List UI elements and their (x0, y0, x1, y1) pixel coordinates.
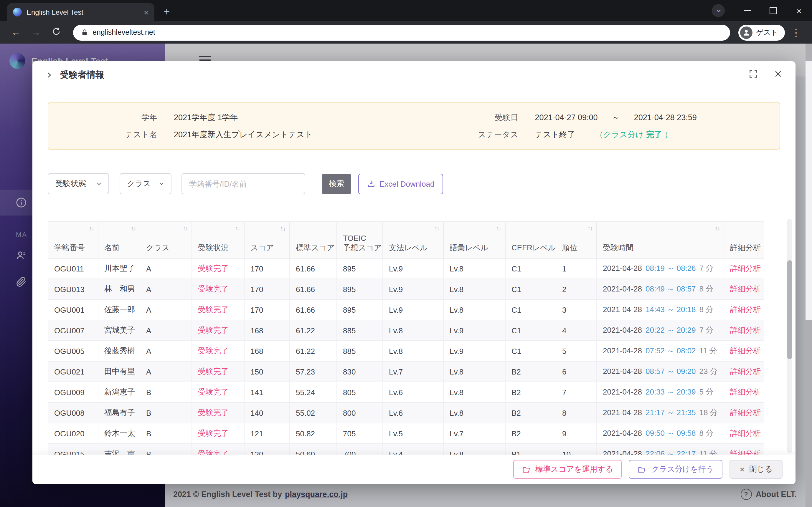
detail-analysis-link[interactable]: 詳細分析 (730, 429, 761, 438)
sort-desc-icon[interactable]: ↓ (238, 225, 240, 231)
column-header[interactable]: ↑↓ スコア (244, 222, 290, 258)
sort-asc-icon[interactable]: ↑ (280, 225, 283, 232)
cell-exam-time: 2021-04-2808:49 ～ 08:578 分 (597, 279, 724, 299)
browser-titlebar: English Level Test × + × (0, 0, 812, 21)
detail-analysis-link[interactable]: 詳細分析 (730, 284, 761, 293)
reload-button[interactable] (47, 27, 65, 38)
column-header[interactable]: ↑↓ 標準スコア (290, 222, 337, 258)
detail-analysis-link[interactable]: 詳細分析 (730, 408, 761, 417)
sort-asc-icon[interactable]: ↑ (235, 225, 238, 231)
maximize-button[interactable] (760, 0, 786, 21)
modal-close-icon[interactable] (774, 69, 782, 80)
chevron-down-icon (95, 180, 103, 187)
detail-analysis-link[interactable]: 詳細分析 (730, 388, 761, 396)
sort-desc-icon[interactable]: ↓ (437, 225, 439, 231)
sort-icons[interactable]: ↑↓ (89, 225, 94, 231)
status-value: テスト終了 （クラス分け完了） (535, 127, 672, 142)
cell-grammar-level: Lv.8 (383, 320, 444, 341)
column-header[interactable]: ↑↓ 学籍番号 (48, 222, 98, 258)
sort-icons[interactable]: ↑↓ (235, 225, 240, 231)
profile-chip[interactable]: ゲスト (738, 24, 785, 40)
cell-student-id: OGU021 (48, 361, 98, 382)
sort-icons[interactable]: ↑↓ (496, 225, 501, 231)
window-close-button[interactable]: × (786, 0, 812, 21)
sort-asc-icon[interactable]: ↑ (588, 225, 590, 231)
browser-tab[interactable]: English Level Test × (7, 3, 154, 21)
page-scrollbar-thumb[interactable] (806, 61, 812, 320)
sort-desc-icon[interactable]: ↓ (283, 226, 285, 232)
table-row: OGU008 福島有子 B 受験完了 140 55.02 800 Lv.6 Lv… (48, 402, 764, 423)
sort-asc-icon[interactable]: ↑ (715, 225, 717, 231)
minimize-button[interactable] (734, 0, 760, 21)
cell-rank: 3 (556, 299, 597, 320)
table-row: OGU007 宮城美子 A 受験完了 168 61.22 885 Lv.8 Lv… (48, 320, 764, 341)
table-row: OGU005 後藤秀樹 A 受験完了 168 61.22 885 Lv.8 Lv… (48, 341, 764, 361)
detail-analysis-link[interactable]: 詳細分析 (730, 346, 761, 355)
cell-status: 受験完了 (192, 382, 244, 402)
detail-analysis-link[interactable]: 詳細分析 (730, 305, 761, 314)
browser-update-badge-icon[interactable] (712, 4, 725, 17)
sort-desc-icon[interactable]: ↓ (133, 225, 136, 231)
sort-asc-icon[interactable]: ↑ (434, 225, 437, 231)
sort-asc-icon[interactable]: ↑ (496, 225, 499, 231)
modal-scrollbar-thumb[interactable] (787, 260, 792, 359)
sort-asc-icon[interactable]: ↑ (131, 225, 133, 231)
column-header[interactable]: ↑↓ 詳細分析 (724, 222, 764, 258)
tab-close-icon[interactable]: × (143, 7, 150, 17)
column-header[interactable]: ↑↓ 受験時間 (597, 222, 724, 258)
cell-std-score: 61.66 (290, 299, 337, 320)
detail-analysis-link[interactable]: 詳細分析 (730, 367, 761, 376)
sort-icons[interactable]: ↑↓ (183, 225, 187, 231)
divide-class-button[interactable]: クラス分けを行う (629, 460, 723, 479)
cell-rank: 1 (556, 258, 597, 279)
cell-name: 林 和男 (98, 279, 140, 299)
column-header[interactable]: ↑↓ CEFRレベル (505, 222, 556, 258)
cell-grammar-level: Lv.7 (383, 361, 444, 382)
detail-analysis-link[interactable]: 詳細分析 (730, 326, 761, 334)
keyword-input[interactable] (182, 173, 305, 194)
sort-desc-icon[interactable]: ↓ (717, 225, 719, 231)
exam-date-start: 2021-04-27 09:00 (535, 110, 598, 125)
address-bar[interactable]: englishleveltest.net (73, 24, 730, 40)
forward-button[interactable]: → (27, 27, 45, 38)
page-scrollbar[interactable] (806, 44, 812, 507)
sort-desc-icon[interactable]: ↓ (499, 225, 501, 231)
sort-icons[interactable]: ↑↓ (588, 225, 592, 231)
cell-exam-time: 2021-04-2807:52 ～ 08:0211 分 (597, 341, 724, 361)
column-header[interactable]: ↑↓ 受験状況 (192, 222, 244, 258)
sort-icons[interactable]: ↑↓ (131, 225, 136, 231)
column-header[interactable]: ↑↓ 文法レベル (383, 222, 444, 258)
column-header[interactable]: ↑↓ 順位 (556, 222, 597, 258)
new-tab-button[interactable]: + (159, 4, 174, 19)
column-header[interactable]: ↑↓ TOEIC 予想スコア (337, 222, 383, 258)
column-header[interactable]: ↑↓ 名前 (98, 222, 140, 258)
column-header[interactable]: ↑↓ 語彙レベル (444, 222, 505, 258)
sort-icons[interactable]: ↑↓ (715, 225, 719, 231)
excel-download-button[interactable]: Excel Download (358, 173, 443, 194)
back-button[interactable]: ← (7, 27, 25, 38)
cell-class: A (140, 341, 192, 361)
cell-score: 168 (244, 341, 290, 361)
cell-detail: 詳細分析 (724, 279, 764, 299)
close-modal-button[interactable]: × 閉じる (729, 460, 782, 479)
cell-std-score: 57.23 (290, 361, 337, 382)
detail-analysis-link[interactable]: 詳細分析 (730, 264, 761, 273)
modal-header: 受験者情報 (33, 61, 796, 88)
class-select[interactable]: クラス (120, 173, 171, 194)
modal-scrollbar[interactable] (787, 219, 792, 453)
table-row: OGU011 川本聖子 A 受験完了 170 61.66 895 Lv.9 Lv… (48, 258, 764, 279)
sort-desc-icon[interactable]: ↓ (91, 225, 94, 231)
sort-icons[interactable]: ↑↓ (434, 225, 439, 231)
sort-icons[interactable]: ↑↓ (280, 225, 285, 232)
apply-standard-score-button[interactable]: 標準スコアを運用する (513, 460, 622, 479)
sort-desc-icon[interactable]: ↓ (185, 225, 187, 231)
sort-asc-icon[interactable]: ↑ (89, 225, 91, 231)
column-header[interactable]: ↑↓ クラス (140, 222, 192, 258)
fullscreen-icon[interactable] (748, 69, 758, 81)
browser-menu-icon[interactable]: ⋮ (787, 27, 805, 38)
exam-status-select[interactable]: 受験状態 (48, 173, 109, 194)
sort-asc-icon[interactable]: ↑ (183, 225, 185, 231)
sort-desc-icon[interactable]: ↓ (590, 225, 592, 231)
cell-toeic-score: 885 (337, 320, 383, 341)
search-button[interactable]: 検索 (322, 173, 351, 194)
